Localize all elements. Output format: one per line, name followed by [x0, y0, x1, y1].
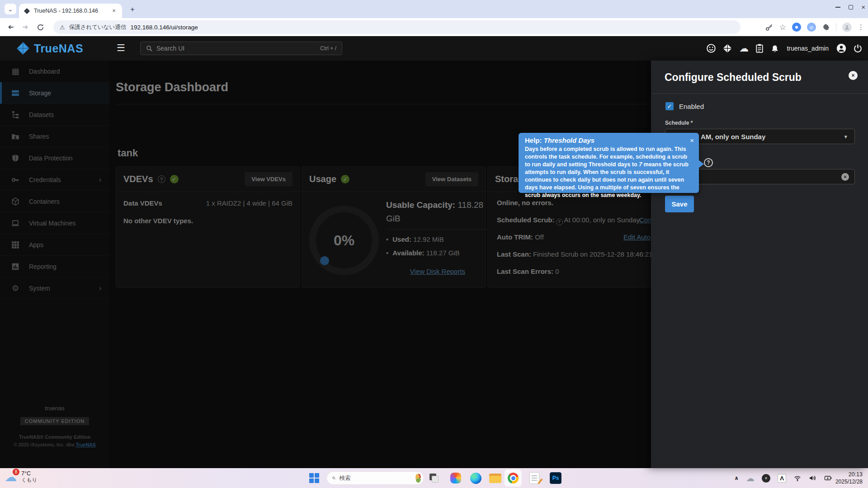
notepad-icon: [529, 472, 539, 484]
chrome-button-active[interactable]: [505, 469, 522, 487]
tooltip-body: Days before a completed scrub is allowed…: [525, 145, 693, 199]
battery-icon[interactable]: [824, 474, 833, 482]
tray-expand-icon[interactable]: ∧: [734, 475, 739, 481]
tab-search-button[interactable]: ⌄: [5, 4, 16, 14]
check-icon: ✓: [667, 103, 672, 110]
windows-taskbar: ☁ 8 7°C くもり: [0, 468, 868, 488]
chrome-icon: [508, 473, 519, 483]
truenas-logo[interactable]: TrueNAS: [16, 42, 83, 55]
clear-input-icon[interactable]: ×: [841, 173, 849, 181]
threshold-days-tooltip: Help: Threshold Days × Days before a com…: [519, 133, 699, 193]
panel-divider: [651, 94, 868, 94]
truenas-favicon: [24, 8, 30, 14]
security-chip[interactable]: 保護されていない通信: [69, 23, 127, 31]
dropdown-caret-icon: ▾: [844, 133, 847, 140]
copilot-icon: [450, 473, 461, 483]
task-view-icon: [428, 472, 440, 484]
close-window-icon[interactable]: ×: [861, 4, 865, 10]
taskbar-search[interactable]: [326, 471, 424, 485]
enabled-label: Enabled: [679, 103, 704, 110]
tray-lambda-app-icon[interactable]: Λ: [778, 474, 786, 483]
clock-time: 20:13: [835, 471, 863, 478]
jobs-clipboard-icon[interactable]: [755, 43, 764, 53]
toolbar-right-icons: ☆ ✱ ◎ ⋮: [765, 22, 864, 33]
feedback-smiley-icon[interactable]: [706, 43, 716, 53]
notification-count-badge: 8: [13, 469, 19, 475]
user-menu-icon[interactable]: [836, 43, 847, 54]
minimize-icon[interactable]: [835, 7, 840, 8]
forward-button[interactable]: [20, 22, 31, 33]
sidebar-toggle-button[interactable]: ☰: [117, 42, 125, 53]
photoshop-button[interactable]: Ps: [549, 472, 562, 484]
photoshop-icon: Ps: [550, 472, 561, 484]
browser-menu-icon[interactable]: ⋮: [858, 23, 864, 31]
back-button[interactable]: [5, 22, 16, 33]
browser-toolbar: ⚠ 保護されていない通信 192.168.0.146/ui/storage ☆ …: [0, 18, 868, 36]
new-tab-button[interactable]: +: [127, 5, 137, 14]
start-button[interactable]: [308, 472, 321, 484]
edge-button[interactable]: [469, 472, 482, 484]
tooltip-arrow: [698, 160, 704, 168]
panel-title: Configure Scheduled Scrub: [665, 71, 802, 84]
tray-app-icon[interactable]: ×: [762, 474, 770, 483]
panel-close-button[interactable]: ×: [849, 71, 858, 80]
profile-avatar[interactable]: [842, 23, 852, 32]
close-icon: ×: [851, 72, 854, 79]
not-secure-warning-icon[interactable]: ⚠: [60, 24, 65, 31]
reload-button[interactable]: [35, 22, 46, 33]
search-icon: [146, 45, 153, 52]
weather-condition: くもり: [21, 477, 37, 483]
search-shortcut-hint: Ctrl + /: [320, 45, 336, 52]
maximize-icon[interactable]: [849, 5, 853, 9]
truecommand-icon[interactable]: [722, 43, 732, 53]
screen: ⌄ TrueNAS - 192.168.0.146 × + × ⚠ 保護されてい…: [0, 0, 868, 488]
chevron-down-icon: ⌄: [8, 6, 13, 13]
toolbar-separator: [836, 23, 836, 31]
global-search[interactable]: Ctrl + /: [140, 42, 342, 55]
url-text[interactable]: 192.168.0.146/ui/storage: [130, 24, 198, 31]
wifi-icon[interactable]: [793, 474, 802, 482]
lens-extension-icon[interactable]: ◎: [807, 23, 816, 32]
cloud-status-icon[interactable]: ☁ ↑: [739, 43, 749, 53]
password-key-icon[interactable]: [765, 23, 774, 32]
truenas-logo-text: TrueNAS: [34, 42, 83, 55]
tooltip-title: Help: Threshold Days: [525, 136, 693, 144]
taskbar-clock[interactable]: 20:13 2025/12/28: [835, 471, 863, 485]
username-label[interactable]: truenas_admin: [787, 45, 829, 52]
clock-date: 2025/12/28: [835, 478, 863, 485]
extensions-puzzle-icon[interactable]: [822, 23, 830, 31]
bookmark-star-icon[interactable]: ☆: [779, 23, 786, 32]
onedrive-icon[interactable]: ☁: [746, 473, 755, 483]
task-view-button[interactable]: [428, 472, 440, 484]
taskbar-search-input[interactable]: [339, 475, 412, 481]
configure-scheduled-scrub-panel: Configure Scheduled Scrub × ✓ Enabled Sc…: [651, 61, 868, 468]
truenas-logo-icon: [16, 42, 30, 55]
copilot-button[interactable]: [449, 472, 462, 484]
search-input[interactable]: [156, 45, 316, 52]
window-controls: ×: [835, 2, 865, 13]
modal-backdrop[interactable]: [0, 61, 651, 468]
search-icon: [332, 475, 335, 481]
edge-icon: [470, 473, 481, 484]
windows-logo-icon: [309, 473, 319, 483]
power-icon[interactable]: [853, 44, 863, 53]
browser-tabstrip: ⌄ TrueNAS - 192.168.0.146 × + ×: [0, 0, 868, 18]
extension-icon[interactable]: ✱: [792, 23, 801, 32]
file-explorer-button[interactable]: [489, 472, 501, 484]
browser-tab[interactable]: TrueNAS - 192.168.0.146 ×: [19, 4, 122, 18]
header-icons: ☁ ↑ truenas_admin: [706, 36, 863, 61]
threshold-days-help-icon[interactable]: ?: [704, 158, 713, 167]
notepad-button[interactable]: [528, 472, 541, 484]
folder-icon: [489, 474, 501, 483]
notifications-bell-icon[interactable]: [770, 43, 779, 53]
speaker-icon[interactable]: [809, 474, 816, 482]
schedule-field-label: Schedule *: [665, 120, 693, 126]
weather-temperature: 7°C: [21, 470, 37, 477]
enabled-checkbox[interactable]: ✓: [665, 102, 674, 110]
tab-close-icon[interactable]: ×: [110, 7, 118, 14]
weather-widget[interactable]: ☁ 8 7°C くもり: [5, 470, 37, 483]
tab-title: TrueNAS - 192.168.0.146: [34, 8, 107, 14]
address-bar[interactable]: ⚠ 保護されていない通信 192.168.0.146/ui/storage: [53, 20, 741, 34]
tooltip-close-icon[interactable]: ×: [690, 136, 694, 144]
search-highlight-image[interactable]: [415, 473, 421, 483]
